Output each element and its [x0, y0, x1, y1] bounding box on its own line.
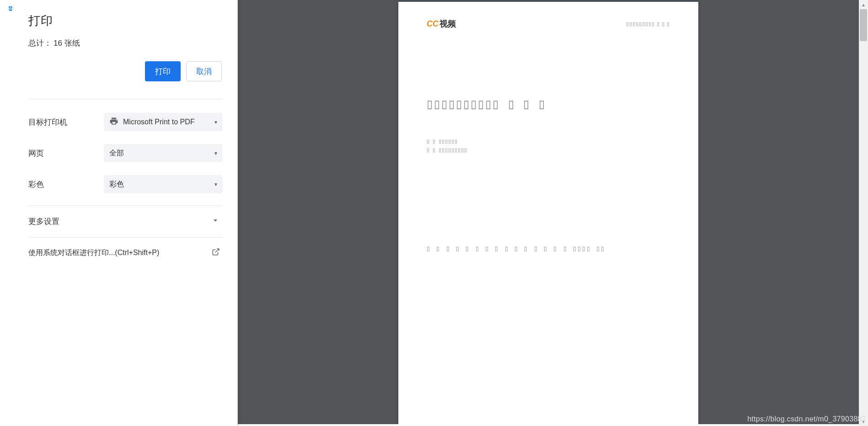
- browser-left-edge: [0, 0, 14, 426]
- summary-label: 总计：: [28, 39, 52, 48]
- document-body: ▯ ▯ ▯ ▯ ▯ ▯ ▯ ▯ ▯ ▯ ▯ ▯ ▯ ▯ ▯ ▯▯▯▯ ▯▯: [427, 245, 670, 252]
- document-meta: ▯ ▯ ▯▯▯▯▯▯ ▯ ▯ ▯▯▯▯▯▯▯▯▯: [427, 137, 670, 154]
- color-dropdown[interactable]: 彩色 ▼: [104, 175, 223, 193]
- system-print-link[interactable]: 使用系统对话框进行打印...(Ctrl+Shift+P): [28, 238, 223, 268]
- print-preview[interactable]: CC视频 ▯▯▯▯▯▯▯▯▯ ▯ ▯ ▯ ▯▯▯▯▯▯▯▯▯▯ ▯ ▯ ▯ ▯ …: [238, 0, 859, 426]
- setting-color: 彩色 彩色 ▼: [28, 169, 223, 200]
- svg-point-0: [10, 7, 12, 9]
- chevron-down-icon: [211, 216, 220, 227]
- header-right-text: ▯▯▯▯▯▯▯▯▯ ▯ ▯ ▯: [626, 21, 670, 27]
- sheet-count: 总计：16 张纸: [28, 38, 223, 48]
- watermark: https://blog.csdn.net/m0_37903882: [747, 415, 866, 423]
- app-icon: [7, 5, 14, 15]
- chevron-down-icon: ▼: [214, 151, 218, 156]
- more-settings-label: 更多设置: [28, 216, 59, 227]
- meta-line-2: ▯ ▯ ▯▯▯▯▯▯▯▯▯: [427, 146, 670, 154]
- logo: CC视频: [427, 18, 456, 29]
- action-buttons: 打印 取消: [28, 61, 223, 81]
- open-external-icon: [212, 248, 220, 258]
- setting-printer: 目标打印机 Microsoft Print to PDF ▼: [28, 106, 223, 138]
- svg-line-1: [215, 249, 219, 252]
- page-header: CC视频 ▯▯▯▯▯▯▯▯▯ ▯ ▯ ▯: [427, 18, 670, 29]
- logo-text: 视频: [439, 19, 456, 28]
- dialog-title: 打印: [28, 13, 223, 29]
- scroll-thumb[interactable]: [860, 9, 867, 41]
- vertical-scrollbar[interactable]: ▲ ▼: [859, 0, 868, 426]
- pages-dropdown[interactable]: 全部 ▼: [104, 144, 223, 162]
- color-label: 彩色: [28, 179, 104, 190]
- print-dialog: 打印 总计：16 张纸 打印 取消 目标打印机 Microsoft Print …: [14, 0, 238, 426]
- print-button[interactable]: 打印: [145, 61, 181, 81]
- pages-value: 全部: [109, 149, 214, 158]
- cancel-button[interactable]: 取消: [186, 61, 222, 81]
- printer-label: 目标打印机: [28, 117, 104, 128]
- more-settings[interactable]: 更多设置: [28, 205, 223, 238]
- logo-cc: CC: [427, 19, 439, 28]
- setting-pages: 网页 全部 ▼: [28, 138, 223, 169]
- pages-label: 网页: [28, 148, 104, 159]
- preview-page: CC视频 ▯▯▯▯▯▯▯▯▯ ▯ ▯ ▯ ▯▯▯▯▯▯▯▯▯▯ ▯ ▯ ▯ ▯ …: [398, 2, 698, 424]
- bottom-white-strip: [178, 424, 859, 426]
- chevron-down-icon: ▼: [214, 182, 218, 187]
- meta-line-1: ▯ ▯ ▯▯▯▯▯▯: [427, 137, 670, 146]
- chevron-down-icon: ▼: [214, 120, 218, 125]
- system-print-label: 使用系统对话框进行打印...(Ctrl+Shift+P): [28, 248, 159, 258]
- color-value: 彩色: [109, 180, 214, 189]
- printer-dropdown[interactable]: Microsoft Print to PDF ▼: [104, 113, 223, 131]
- printer-value: Microsoft Print to PDF: [123, 118, 214, 126]
- scroll-up-button[interactable]: ▲: [859, 0, 868, 9]
- summary-value: 16 张纸: [54, 39, 80, 48]
- printer-icon: [109, 117, 118, 128]
- document-title: ▯▯▯▯▯▯▯▯▯▯ ▯ ▯ ▯: [427, 98, 670, 111]
- print-settings: 目标打印机 Microsoft Print to PDF ▼ 网页 全部 ▼ 彩…: [28, 99, 223, 200]
